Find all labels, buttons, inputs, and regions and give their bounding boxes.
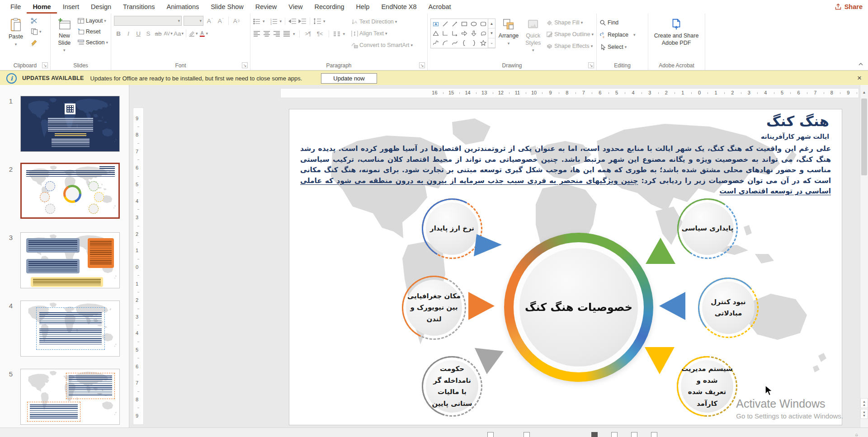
shape-gallery-scroll[interactable]: ▲▼⌄ <box>488 19 495 48</box>
satellite-circle-government[interactable]: حکومت نامداخله گر با مالیات ستانی پایین <box>422 356 482 417</box>
align-right-icon[interactable] <box>273 31 280 37</box>
shape-outline-button[interactable]: Shape Outline▾ <box>546 29 594 39</box>
triangle-shape-icon[interactable] <box>431 28 440 38</box>
slide-title[interactable]: هنگ کنگ <box>766 113 829 129</box>
scribble-shape-icon[interactable] <box>431 38 440 47</box>
slide-thumbnail-5[interactable] <box>20 369 120 425</box>
tab-help[interactable]: Help <box>350 0 376 14</box>
update-now-button[interactable]: Update now <box>321 73 377 84</box>
justify-icon[interactable] <box>283 31 290 37</box>
center-circle[interactable]: خصوصیات هنگ کنگ <box>504 233 653 382</box>
slideshow-view-button[interactable] <box>651 432 657 437</box>
slide-canvas[interactable]: هنگ کنگ ایالت شهر کارآفرینانه علی رغم ای… <box>289 109 842 425</box>
paste-button[interactable]: Paste ▾ <box>3 16 29 60</box>
arrange-button[interactable]: Arrange ▾ <box>497 16 520 60</box>
tab-acrobat[interactable]: Acrobat <box>423 0 457 14</box>
quick-styles-button[interactable]: Quick Styles ▾ <box>522 16 544 60</box>
shadow-button[interactable]: S <box>144 29 153 38</box>
normal-view-button[interactable] <box>591 432 598 437</box>
right-brace-shape-icon[interactable] <box>469 38 478 47</box>
comments-button[interactable] <box>524 432 530 437</box>
satellite-circle-geographic-location[interactable]: مکان جغرافیایی بین نیویورک و لندن <box>402 276 466 340</box>
bullets-icon[interactable] <box>253 18 261 25</box>
tab-slide-show[interactable]: Slide Show <box>205 0 250 14</box>
create-pdf-button[interactable]: Create and Share Adobe PDF <box>651 16 702 60</box>
copy-button[interactable]: ▾ <box>31 27 42 37</box>
rectangle-shape-icon[interactable] <box>459 19 469 28</box>
ltr-direction-button[interactable]: >¶ <box>304 29 313 38</box>
find-button[interactable]: Find <box>599 18 635 28</box>
italic-button[interactable]: I <box>124 29 133 38</box>
tab-design[interactable]: Design <box>85 0 117 14</box>
star-shape-icon[interactable] <box>478 38 488 47</box>
slide-sorter-view-button[interactable] <box>611 432 618 437</box>
shape-fill-button[interactable]: Shape Fill▾ <box>546 18 594 28</box>
change-case-button[interactable]: Aa▾ <box>174 29 184 38</box>
increase-indent-icon[interactable] <box>298 18 307 24</box>
character-spacing-button[interactable]: AV▾ <box>164 29 173 38</box>
font-name-combo[interactable]: ▾ <box>114 16 182 26</box>
align-center-icon[interactable] <box>263 31 270 37</box>
decrease-indent-icon[interactable] <box>288 18 297 24</box>
replace-button[interactable]: bc Replace▾ <box>599 30 635 40</box>
reading-view-button[interactable] <box>631 432 637 437</box>
arc-shape-icon[interactable] <box>440 38 450 47</box>
satellite-circle-political-stability[interactable]: پایداری سیاسی <box>677 198 738 259</box>
increase-font-button[interactable]: Aˆ <box>205 16 214 26</box>
cut-button[interactable] <box>31 16 42 26</box>
strikethrough-button[interactable]: ab <box>154 29 163 38</box>
satellite-circle-exchange-rate[interactable]: نرخ ارز پایدار <box>422 198 482 259</box>
notes-button[interactable] <box>487 432 494 437</box>
rounded-rectangle-shape-icon[interactable] <box>478 19 488 28</box>
oval-shape-icon[interactable] <box>469 19 478 28</box>
layout-button[interactable]: Layout▾ <box>77 16 108 26</box>
format-painter-button[interactable] <box>31 38 42 47</box>
slide-thumbnail-4[interactable] <box>20 301 120 357</box>
section-button[interactable]: Section▾ <box>77 38 108 47</box>
slide-thumbnail-2[interactable] <box>20 163 120 219</box>
shape-gallery[interactable]: A <box>430 19 488 48</box>
freeform-shape-icon[interactable] <box>478 28 488 38</box>
slide-body-text[interactable]: علی رغم این واقعیت که هنگ کنگ، یک شهر ای… <box>300 144 831 197</box>
line-spacing-icon[interactable] <box>313 18 321 24</box>
highlight-color-button[interactable]: ▾ <box>189 29 198 38</box>
fit-to-window-button[interactable]: ⌂ <box>855 432 862 437</box>
clipboard-dialog-launcher[interactable]: ↘ <box>42 62 48 68</box>
textbox-shape-icon[interactable]: A <box>431 19 440 28</box>
align-text-button[interactable]: Align Text▾ <box>351 28 413 38</box>
arrow-shape-icon[interactable] <box>450 19 459 28</box>
tab-home[interactable]: Home <box>27 0 57 14</box>
align-left-icon[interactable] <box>253 31 260 37</box>
text-direction-button[interactable]: A Text Direction▾ <box>351 17 413 27</box>
slide-subtitle[interactable]: ایالت شهر کارآفرینانه <box>761 133 829 140</box>
right-arrow-shape-icon[interactable] <box>459 28 469 38</box>
line-shape-icon[interactable] <box>440 19 450 28</box>
select-button[interactable]: Select▾ <box>599 42 635 52</box>
vertical-ruler[interactable]: 9876543210123456789 <box>133 108 144 425</box>
font-size-combo[interactable]: ▾ <box>184 16 203 26</box>
drawing-dialog-launcher[interactable]: ↘ <box>588 62 594 68</box>
down-arrow-shape-icon[interactable] <box>469 28 478 38</box>
reset-button[interactable]: Reset <box>77 27 108 37</box>
elbow-connector-icon[interactable] <box>440 28 450 38</box>
font-color-button[interactable]: A ▾ <box>199 29 208 38</box>
satellite-circle-managed-system[interactable]: سیستم مدیریت شده و تعریف شده کارآمد <box>677 356 737 417</box>
tab-insert[interactable]: Insert <box>57 0 85 14</box>
close-icon[interactable]: × <box>857 74 862 83</box>
numbering-icon[interactable]: 123 <box>270 18 278 25</box>
tab-view[interactable]: View <box>283 0 308 14</box>
share-button[interactable]: Share <box>835 1 863 12</box>
new-slide-button[interactable]: New Slide ▾ <box>53 16 75 60</box>
tab-transitions[interactable]: Transitions <box>117 0 160 14</box>
vertical-scrollbar[interactable]: ▲ ▲▲ ▼▼ <box>860 85 868 428</box>
tab-review[interactable]: Review <box>250 0 283 14</box>
underline-button[interactable]: U <box>134 29 143 38</box>
collapse-ribbon-icon[interactable] <box>857 61 864 67</box>
tab-recording[interactable]: Recording <box>308 0 350 14</box>
decrease-font-button[interactable]: Aˇ <box>216 16 225 26</box>
elbow-arrow-connector-icon[interactable] <box>450 28 459 38</box>
left-brace-shape-icon[interactable] <box>459 38 469 47</box>
font-dialog-launcher[interactable]: ↘ <box>242 62 248 68</box>
tab-file[interactable]: File <box>5 0 27 14</box>
curve-shape-icon[interactable] <box>450 38 459 47</box>
